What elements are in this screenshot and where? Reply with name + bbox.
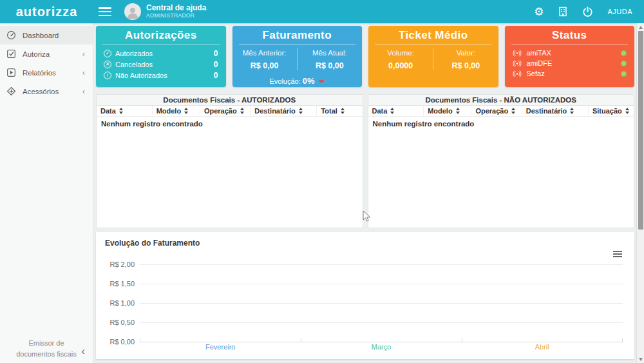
card-title: Autorizações	[96, 26, 226, 42]
navbar: autorizza Central de ajuda ADMINISTRADOR…	[0, 0, 644, 23]
card-title: Faturamento	[232, 26, 363, 42]
x-axis	[140, 338, 623, 342]
sort-icon	[299, 108, 303, 114]
column-header-modelo[interactable]: Modelo	[424, 106, 471, 116]
curr-month-block: Mês Atual: R$ 0,00	[298, 48, 362, 70]
evolution-label: Evolução:	[269, 77, 300, 85]
stat-value: 0	[214, 49, 218, 58]
service-name: Sefaz	[527, 70, 545, 77]
sidebar-item-label: Acessórios	[23, 88, 59, 95]
evolution-value: 0%	[303, 76, 315, 86]
page-scrollbar[interactable]	[636, 23, 644, 363]
table-body: Nenhum registro encontrado	[368, 117, 634, 228]
column-header-operacao[interactable]: Operação	[200, 106, 251, 116]
service-row-sefaz: Sefaz	[505, 68, 635, 79]
y-tick: R$ 0,00	[104, 338, 135, 346]
diamond-plus-icon	[6, 86, 17, 97]
volume-block: Volume: 0,0000	[368, 48, 433, 70]
prev-month-block: Mês Anterior: R$ 0,00	[232, 48, 298, 70]
volume-label: Volume:	[368, 49, 433, 57]
chevron-left-icon: ‹	[82, 50, 85, 58]
status-online-dot	[621, 61, 627, 66]
sidebar-collapse-icon[interactable]: ‹	[81, 343, 85, 360]
help-button[interactable]: AJUDA	[607, 8, 632, 15]
chart-menu-icon[interactable]	[611, 249, 624, 259]
column-header-modelo[interactable]: Modelo	[153, 106, 200, 116]
column-header-data[interactable]: Data	[97, 106, 153, 116]
scroll-up-arrow[interactable]	[637, 24, 644, 30]
sort-icon	[119, 108, 123, 114]
chevron-left-icon: ‹	[82, 87, 85, 95]
app-logo: autorizza	[0, 5, 93, 19]
service-row-amitax: amiTAX	[505, 48, 635, 58]
x-axis-labels: Fevereiro Março Abril	[140, 343, 623, 353]
sidebar-item-dashboard[interactable]: Dashboard	[0, 26, 93, 44]
column-header-total[interactable]: Total	[317, 106, 362, 116]
curr-month-label: Mês Atual:	[298, 49, 362, 57]
empty-message: Nenhum registro encontrado	[368, 117, 634, 131]
sort-icon	[625, 108, 629, 114]
chart-title: Evolução do Faturamento	[105, 239, 200, 248]
gear-icon[interactable]: ⚙	[534, 6, 544, 17]
column-header-situacao[interactable]: Situação	[589, 106, 634, 116]
gauge-icon	[6, 30, 17, 41]
card-title: Status	[505, 26, 635, 42]
stat-row-autorizados: ✓ Autorizados 0	[96, 48, 226, 59]
broadcast-icon	[513, 50, 522, 57]
x-label-fevereiro: Fevereiro	[205, 343, 235, 351]
prev-month-value: R$ 0,00	[232, 61, 297, 70]
broadcast-icon	[513, 70, 522, 77]
exclaim-circle-icon: !	[104, 72, 111, 79]
revenue-chart-card: Evolução do Faturamento R$ 2,00 R$ 1,50 …	[96, 232, 634, 359]
report-icon	[6, 68, 17, 78]
menu-toggle-icon[interactable]	[99, 7, 111, 16]
x-circle-icon: ✕	[104, 61, 111, 68]
table-title: Documentos Fiscais - AUTORIZADOS	[97, 95, 363, 106]
broadcast-icon	[513, 60, 522, 67]
user-role-label: ADMINISTRADOR	[146, 13, 206, 19]
sidebar-item-acessorios[interactable]: Acessórios ‹	[0, 82, 93, 101]
avatar[interactable]	[124, 3, 141, 20]
sort-icon	[456, 108, 460, 114]
company-building-icon[interactable]	[558, 6, 568, 17]
stat-label: Não Autorizados	[115, 72, 167, 79]
valor-block: Valor: R$ 0,00	[433, 48, 498, 70]
sidebar-item-label: Autoriza	[23, 50, 50, 58]
table-header-row: Data Modelo Operação Destinatário Total	[97, 106, 363, 117]
stat-label: Cancelados	[115, 61, 153, 68]
scrollbar-thumb[interactable]	[638, 31, 643, 230]
service-row-amidfe: amiDFE	[505, 58, 635, 68]
service-name: amiDFE	[527, 59, 553, 67]
sort-icon	[240, 108, 244, 114]
card-title: Ticket Médio	[368, 26, 498, 42]
stat-value: 0	[214, 71, 218, 80]
column-header-destinatario[interactable]: Destinatário	[251, 106, 317, 116]
tables-row: Documentos Fiscais - AUTORIZADOS Data Mo…	[96, 94, 634, 228]
valor-label: Valor:	[433, 49, 498, 57]
sidebar: Dashboard Autoriza ‹ Relatórios ‹ Acessó…	[0, 23, 93, 363]
service-name: amiTAX	[527, 49, 551, 57]
footer-line1: Emissor de	[0, 338, 93, 349]
help-center-label: Central de ajuda	[146, 4, 206, 13]
column-header-data[interactable]: Data	[368, 106, 424, 116]
power-icon[interactable]	[582, 6, 593, 17]
sidebar-item-relatorios[interactable]: Relatórios ‹	[0, 63, 93, 82]
empty-message: Nenhum registro encontrado	[97, 117, 363, 131]
column-header-destinatario[interactable]: Destinatário	[522, 106, 589, 116]
table-body: Nenhum registro encontrado	[97, 117, 363, 228]
sort-icon	[570, 108, 574, 114]
sidebar-item-autoriza[interactable]: Autoriza ‹	[0, 44, 93, 63]
sidebar-footer: Emissor de documentos fiscais ‹	[0, 338, 93, 359]
status-online-dot	[621, 50, 627, 56]
curr-month-value: R$ 0,00	[298, 61, 362, 70]
scroll-down-arrow[interactable]	[637, 356, 644, 362]
x-label-abril: Abril	[535, 343, 549, 351]
sidebar-item-label: Dashboard	[23, 32, 59, 39]
y-tick: R$ 2,00	[104, 260, 135, 268]
user-menu[interactable]: Central de ajuda ADMINISTRADOR	[146, 4, 206, 19]
column-header-operacao[interactable]: Operação	[471, 106, 522, 116]
check-square-icon	[6, 49, 17, 59]
table-title: Documentos Fiscais - NÃO AUTORIZADOS	[368, 95, 634, 106]
x-label-marco: Março	[372, 343, 392, 351]
y-tick: R$ 1,50	[104, 280, 135, 288]
